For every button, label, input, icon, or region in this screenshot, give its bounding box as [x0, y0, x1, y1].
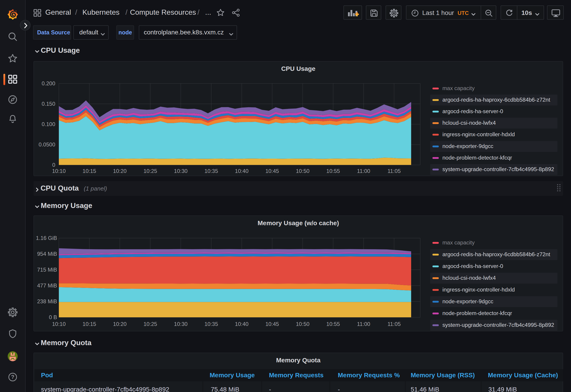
- svg-text:?: ?: [11, 374, 14, 380]
